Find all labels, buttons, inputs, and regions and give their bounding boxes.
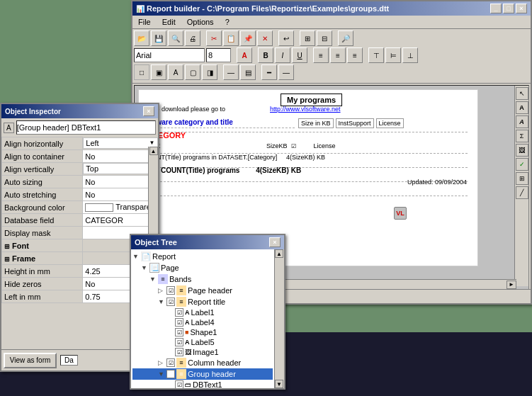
prop-value-auto-stretching[interactable]: No	[83, 188, 158, 201]
line-tool[interactable]: —	[223, 64, 239, 80]
menu-options[interactable]: Options	[185, 17, 216, 27]
rect-tool[interactable]: □	[134, 64, 149, 80]
align-right-button[interactable]: ≡	[347, 47, 363, 63]
tree-checkbox[interactable]: ☑	[175, 328, 183, 336]
prop-value-align-v[interactable]: Top▼	[83, 163, 157, 174]
tree-item-report-title[interactable]: ▼ ☑ ≡ Report title	[132, 296, 273, 307]
delete-button[interactable]: ✕	[257, 30, 273, 46]
paste-button[interactable]: 📌	[240, 30, 256, 46]
ot-close-button[interactable]: ×	[269, 237, 281, 247]
tree-checkbox[interactable]: ☑	[175, 338, 183, 346]
arrow-tool[interactable]: ↖	[516, 87, 528, 100]
save-button[interactable]: 💾	[151, 30, 166, 46]
menu-help[interactable]: ?	[223, 17, 232, 27]
tree-checkbox[interactable]: ☑	[175, 380, 183, 388]
tree-scroll-up[interactable]: ▲	[275, 249, 283, 258]
prop-value-align-container[interactable]: No	[83, 150, 158, 163]
tree-item-page-header[interactable]: ▷ ☑ ≡ Page header	[132, 285, 273, 296]
tree-item-group-header[interactable]: ▼ ☑ ≡ Group header	[132, 368, 273, 380]
tree-checkbox[interactable]: ☑	[175, 348, 183, 356]
open-button[interactable]: 📂	[134, 30, 149, 46]
line-weight[interactable]: —	[278, 64, 294, 80]
prop-value-bg-color[interactable]: Transparen	[83, 201, 158, 214]
band-icon: ≡	[176, 297, 186, 307]
cut-button[interactable]: ✂	[206, 30, 222, 46]
scroll-right-button[interactable]: ►	[506, 281, 516, 289]
prop-name-db-field: Database field	[2, 214, 83, 227]
text-tool-right[interactable]: A	[516, 101, 528, 114]
prop-value-auto-sizing[interactable]: No	[83, 176, 158, 188]
ungroup-button[interactable]: ⊟	[317, 30, 332, 46]
bold-button[interactable]: B	[258, 47, 273, 63]
tree-checkbox[interactable]: ☑	[175, 318, 183, 327]
tree-item-label1[interactable]: ☑ A Label1	[132, 307, 273, 317]
tree-checkbox[interactable]: ☑	[166, 358, 175, 367]
prop-name-auto-sizing: Auto sizing	[2, 176, 83, 188]
line-style[interactable]: ━	[261, 64, 277, 80]
report-window-title: Report builder - C:\Program Files\Report…	[147, 4, 389, 13]
prop-value-align-h[interactable]: Left▼	[83, 137, 157, 149]
url-text[interactable]: http://www.vlsoftware.net	[270, 106, 341, 113]
print-button[interactable]: 🖨	[185, 30, 200, 46]
tree-checkbox[interactable]: ☑	[166, 298, 175, 306]
image-tool[interactable]: 🖼	[516, 144, 528, 157]
find-button[interactable]: 🔎	[338, 30, 353, 46]
tree-item-label5[interactable]: ☑ A Label5	[132, 337, 273, 347]
font-color-button[interactable]: A	[237, 47, 252, 63]
tree-checkbox[interactable]: ☑	[175, 308, 183, 317]
expand-icon: ▷	[158, 359, 166, 366]
oi-object-selector[interactable]: [Group header] DBText1	[16, 120, 156, 135]
text-tool[interactable]: A	[168, 64, 183, 80]
tree-item-label4[interactable]: ☑ A Label4	[132, 317, 273, 327]
font-combo[interactable]: Arial	[134, 48, 205, 62]
tree-label-report-title: Report title	[188, 298, 225, 306]
group-button[interactable]: ⊞	[300, 30, 315, 46]
preview-button[interactable]: 🔍	[168, 30, 183, 46]
underline-button[interactable]: U	[292, 47, 307, 63]
oi-close-button[interactable]: ×	[143, 106, 154, 116]
oi-scroll-up[interactable]: ▲	[149, 147, 158, 155]
tree-item-shape1[interactable]: ☑ ■ Shape1	[132, 327, 273, 337]
tree-item-page[interactable]: ▼ 📃 Page	[132, 262, 273, 273]
align-left-button[interactable]: ≡	[313, 47, 329, 63]
tree-scroll-down[interactable]: ▼	[275, 380, 283, 388]
db-tool[interactable]: ⊞	[516, 172, 528, 185]
sum-tool[interactable]: Σ	[516, 130, 528, 142]
minimize-button[interactable]: _	[490, 4, 502, 13]
border-tool[interactable]: ▢	[185, 64, 200, 80]
data-row1b: 4(SizeKB) KB	[286, 154, 325, 161]
align-center-button[interactable]: ≡	[330, 47, 346, 63]
tree-item-dbtext1[interactable]: ☑ 🗃 DBText1	[132, 380, 273, 388]
maximize-button[interactable]: □	[503, 4, 514, 13]
font-size-combo[interactable]: 8	[206, 48, 231, 62]
tree-item-bands[interactable]: ▼ ≡ Bands	[132, 273, 273, 285]
check-tool[interactable]: ✓	[516, 158, 528, 171]
italic-button[interactable]: I	[275, 47, 290, 63]
tree-item-column-header[interactable]: ▷ ☑ ≡ Column header	[132, 357, 273, 368]
tree-scrollbar: ▲ ▼	[274, 249, 284, 388]
undo-button[interactable]: ↩	[278, 30, 294, 46]
data-row1: COUNT(Title) programs in DATASET.[Catego…	[142, 154, 277, 161]
tree-label-shape1: Shape1	[190, 328, 217, 336]
line-tool-right[interactable]: ╱	[516, 186, 528, 199]
script-tool[interactable]: A	[516, 115, 528, 128]
view-as-form-button[interactable]: View as form	[4, 353, 57, 368]
total-row-b: 4(SizeKB) KB	[256, 166, 301, 174]
tree-item-report[interactable]: ▼ 📄 Report	[132, 251, 273, 262]
shadow-tool[interactable]: ◨	[202, 64, 217, 80]
report-icon: 📄	[141, 251, 151, 261]
prop-value-db-field[interactable]: CATEGOR	[83, 214, 158, 227]
menu-file[interactable]: File	[136, 17, 153, 27]
copy-button[interactable]: 📋	[223, 30, 239, 46]
tree-item-image1[interactable]: ☑ 🖼 Image1	[132, 347, 273, 357]
menu-edit[interactable]: Edit	[160, 17, 178, 27]
prop-name-align-h: Align horizontally	[2, 137, 83, 150]
align-bottom-button[interactable]: ⊥	[402, 47, 418, 63]
fill-tool[interactable]: ▣	[151, 64, 166, 80]
align-top-button[interactable]: ⊤	[368, 47, 384, 63]
tree-checkbox[interactable]: ☑	[166, 370, 175, 378]
align-middle-button[interactable]: ⊨	[385, 47, 401, 63]
tree-checkbox[interactable]: ☑	[166, 286, 175, 295]
close-button[interactable]: ×	[516, 4, 527, 13]
fill2-tool[interactable]: ▤	[240, 64, 256, 80]
